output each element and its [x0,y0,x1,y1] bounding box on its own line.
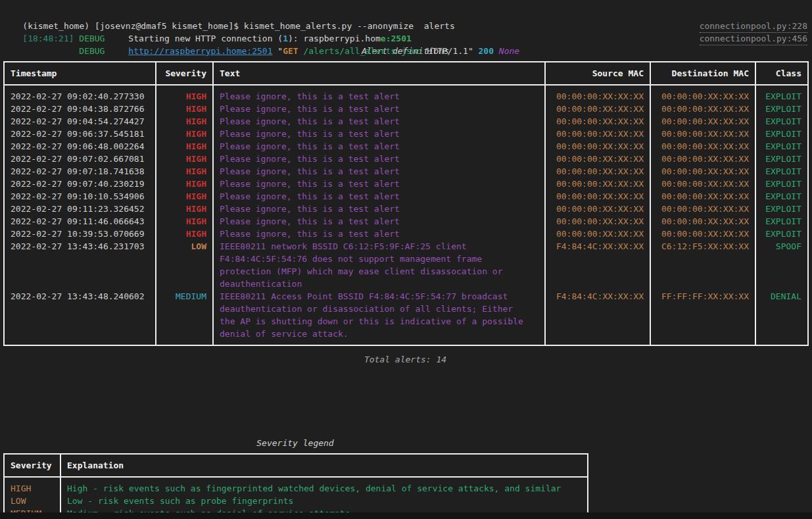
alert-severity: LOW [156,240,213,290]
alert-destination-mac: 00:00:00:XX:XX:XX [650,140,755,153]
alert-severity: HIGH [156,85,213,103]
legend-severity: LOW [4,495,60,507]
alert-severity: HIGH [156,140,213,153]
alert-row: 2022-02-27 09:07:40.230219 HIGH Please i… [4,178,808,190]
http-status-code: 200 [479,46,494,56]
alert-destination-mac: 00:00:00:XX:XX:XX [650,165,755,178]
space-char [494,46,499,56]
alert-class: SPOOF [755,240,808,290]
alert-timestamp: 2022-02-27 09:11:23.326452 [4,203,156,215]
alert-row: 2022-02-27 09:04:54.274427 HIGH Please i… [4,115,808,128]
alert-timestamp: 2022-02-27 10:39:53.070669 [4,228,156,240]
alert-source-mac: F4:84:4C:XX:XX:XX [545,240,650,290]
alert-row: 2022-02-27 13:43:48.240602 MEDIUM IEEE80… [4,290,808,345]
terminal-window: (kismet_home) [josevnz@dmaf5 kismet_home… [0,0,812,519]
col-header-severity: Severity [156,62,213,85]
alert-text: Please ignore, this is a test alert [213,140,545,153]
log-line-http-request: DEBUGhttp://raspberrypi.home:2501 "GET /… [0,32,812,45]
alert-timestamp: 2022-02-27 09:06:48.002264 [4,140,156,153]
col-header-legend-explanation: Explanation [60,454,588,477]
http-method: GET [283,46,298,56]
alert-row: 2022-02-27 09:06:48.002264 HIGH Please i… [4,140,808,153]
alert-severity: HIGH [156,178,213,190]
alert-destination-mac: 00:00:00:XX:XX:XX [650,128,755,140]
alert-destination-mac: 00:00:00:XX:XX:XX [650,178,755,190]
alert-destination-mac: 00:00:00:XX:XX:XX [650,190,755,203]
request-path: /alerts/all_alerts.json [299,46,422,56]
alert-class: EXPLOIT [755,153,808,165]
legend-row: LOW Low - risk events such as probe fing… [4,495,588,507]
alert-timestamp: 2022-02-27 09:02:40.277330 [4,85,156,103]
alert-severity: HIGH [156,228,213,240]
alert-row: 2022-02-27 13:43:46.231703 LOW IEEE80211… [4,240,808,290]
alert-source-mac: 00:00:00:XX:XX:XX [545,115,650,128]
alert-row: 2022-02-27 09:04:38.872766 HIGH Please i… [4,103,808,115]
alert-text: Please ignore, this is a test alert [213,85,545,103]
alert-source-mac: 00:00:00:XX:XX:XX [545,215,650,228]
alert-row: 2022-02-27 09:07:02.667081 HIGH Please i… [4,153,808,165]
alert-class: EXPLOIT [755,103,808,115]
alert-text: Please ignore, this is a test alert [213,203,545,215]
alert-timestamp: 2022-02-27 09:07:18.741638 [4,165,156,178]
col-header-source-mac: Source MAC [545,62,650,85]
source-file-link[interactable]: connectionpool.py:456 [700,32,807,45]
alert-class: EXPLOIT [755,215,808,228]
alert-source-mac: F4:84:4C:XX:XX:XX [545,290,650,345]
alert-text: Please ignore, this is a test alert [213,165,545,178]
alert-text: IEEE80211 Access Point BSSID F4:84:4C:5F… [213,290,545,345]
alert-destination-mac: 00:00:00:XX:XX:XX [650,228,755,240]
legend-row: HIGH High - risk events such as fingerpr… [4,477,588,495]
alert-source-mac: 00:00:00:XX:XX:XX [545,153,650,165]
legend-explanation: Low - risk events such as probe fingerpr… [60,495,588,507]
legend-header-row: Severity Explanation [4,454,588,477]
alert-source-mac: 00:00:00:XX:XX:XX [545,178,650,190]
request-url-link[interactable]: http://raspberrypi.home:2501 [128,46,272,56]
alert-source-mac: 00:00:00:XX:XX:XX [545,228,650,240]
alerts-table: Timestamp Severity Text Source MAC Desti… [3,61,809,346]
alert-source-mac: 00:00:00:XX:XX:XX [545,165,650,178]
alert-text: Please ignore, this is a test alert [213,153,545,165]
alert-severity: HIGH [156,103,213,115]
alert-class: EXPLOIT [755,190,808,203]
alert-row: 2022-02-27 09:11:46.066643 HIGH Please i… [4,215,808,228]
response-body-none: None [499,46,519,56]
alerts-header-row: Timestamp Severity Text Source MAC Desti… [4,62,808,85]
alert-destination-mac: 00:00:00:XX:XX:XX [650,153,755,165]
alert-source-mac: 00:00:00:XX:XX:XX [545,203,650,215]
alert-class: EXPLOIT [755,140,808,153]
alert-destination-mac: 00:00:00:XX:XX:XX [650,215,755,228]
alert-class: EXPLOIT [755,178,808,190]
alert-destination-mac: FF:FF:FF:XX:XX:XX [650,290,755,345]
shell-prompt-line: (kismet_home) [josevnz@dmaf5 kismet_home… [0,7,812,20]
http-protocol: HTTP/1.1" [421,46,478,56]
alert-source-mac: 00:00:00:XX:XX:XX [545,103,650,115]
col-header-timestamp: Timestamp [4,62,156,85]
alert-class: EXPLOIT [755,228,808,240]
alert-source-mac: 00:00:00:XX:XX:XX [545,140,650,153]
alert-severity: HIGH [156,165,213,178]
col-header-text: Text [213,62,545,85]
alert-timestamp: 2022-02-27 09:04:54.274427 [4,115,156,128]
alert-severity: HIGH [156,128,213,140]
alert-text: Please ignore, this is a test alert [213,215,545,228]
alert-text: IEEE80211 network BSSID C6:12:F5:9F:AF:2… [213,240,545,290]
alert-row: 2022-02-27 09:11:23.326452 HIGH Please i… [4,203,808,215]
alert-class: EXPLOIT [755,128,808,140]
alert-source-mac: 00:00:00:XX:XX:XX [545,128,650,140]
source-file-link[interactable]: connectionpool.py:228 [700,20,807,33]
alert-class: EXPLOIT [755,165,808,178]
alert-timestamp: 2022-02-27 09:11:46.066643 [4,215,156,228]
alert-severity: MEDIUM [156,290,213,345]
alert-text: Please ignore, this is a test alert [213,228,545,240]
alert-severity: HIGH [156,190,213,203]
legend-table-title: Severity legend [3,437,587,449]
alert-timestamp: 2022-02-27 13:43:46.231703 [4,240,156,290]
alert-destination-mac: 00:00:00:XX:XX:XX [650,203,755,215]
alert-row: 2022-02-27 09:10:10.534906 HIGH Please i… [4,190,808,203]
severity-legend-table: Severity Explanation HIGH High - risk ev… [3,453,588,519]
alert-row: 2022-02-27 09:02:40.277330 HIGH Please i… [4,85,808,103]
legend-explanation: High - risk events such as fingerprinted… [60,477,588,495]
alert-severity: HIGH [156,115,213,128]
alert-destination-mac: 00:00:00:XX:XX:XX [650,115,755,128]
alert-text: Please ignore, this is a test alert [213,178,545,190]
